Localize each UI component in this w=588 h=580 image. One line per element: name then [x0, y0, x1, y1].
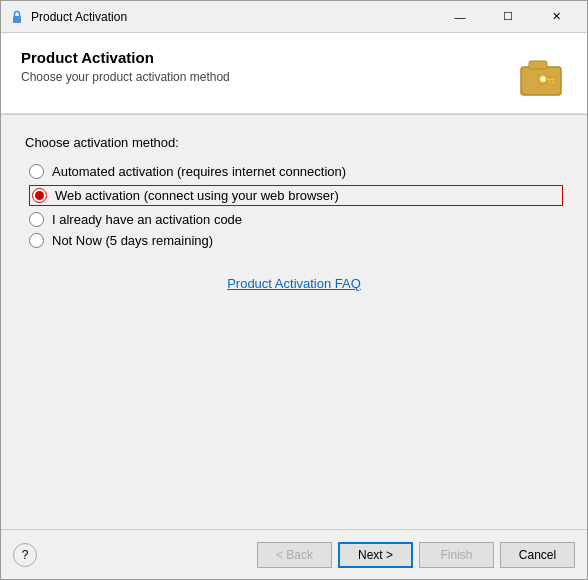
help-button[interactable]: ?: [13, 543, 37, 567]
svg-point-5: [541, 77, 546, 82]
header-icon: [515, 49, 567, 101]
svg-rect-7: [552, 81, 554, 84]
minimize-button[interactable]: —: [437, 2, 483, 32]
radio-web[interactable]: [32, 188, 47, 203]
radio-group: Automated activation (requires internet …: [29, 164, 563, 248]
radio-not-now-label: Not Now (5 days remaining): [52, 233, 213, 248]
page-subtitle: Choose your product activation method: [21, 70, 230, 84]
svg-rect-3: [529, 61, 547, 69]
radio-code-label: I already have an activation code: [52, 212, 242, 227]
finish-button[interactable]: Finish: [419, 542, 494, 568]
svg-rect-8: [549, 81, 551, 83]
radio-auto-label: Automated activation (requires internet …: [52, 164, 346, 179]
header-text: Product Activation Choose your product a…: [21, 49, 230, 84]
radio-item-code[interactable]: I already have an activation code: [29, 212, 563, 227]
svg-rect-6: [547, 78, 556, 81]
header-section: Product Activation Choose your product a…: [1, 33, 587, 114]
radio-code[interactable]: [29, 212, 44, 227]
cancel-button[interactable]: Cancel: [500, 542, 575, 568]
radio-web-label: Web activation (connect using your web b…: [55, 188, 339, 203]
radio-item-auto[interactable]: Automated activation (requires internet …: [29, 164, 563, 179]
radio-item-web[interactable]: Web activation (connect using your web b…: [29, 185, 563, 206]
window-icon: [9, 9, 25, 25]
radio-item-not-now[interactable]: Not Now (5 days remaining): [29, 233, 563, 248]
maximize-button[interactable]: ☐: [485, 2, 531, 32]
faq-container: Product Activation FAQ: [25, 276, 563, 291]
back-button[interactable]: < Back: [257, 542, 332, 568]
close-button[interactable]: ✕: [533, 2, 579, 32]
next-button[interactable]: Next >: [338, 542, 413, 568]
radio-not-now[interactable]: [29, 233, 44, 248]
main-window: Product Activation — ☐ ✕ Product Activat…: [0, 0, 588, 580]
section-label: Choose activation method:: [25, 135, 563, 150]
window-controls: — ☐ ✕: [437, 2, 579, 32]
window-title: Product Activation: [31, 10, 437, 24]
title-bar: Product Activation — ☐ ✕: [1, 1, 587, 33]
page-title: Product Activation: [21, 49, 230, 66]
svg-rect-0: [13, 16, 21, 23]
footer: ? < Back Next > Finish Cancel: [1, 529, 587, 579]
faq-link[interactable]: Product Activation FAQ: [227, 276, 361, 291]
content-section: Choose activation method: Automated acti…: [1, 115, 587, 529]
radio-auto[interactable]: [29, 164, 44, 179]
